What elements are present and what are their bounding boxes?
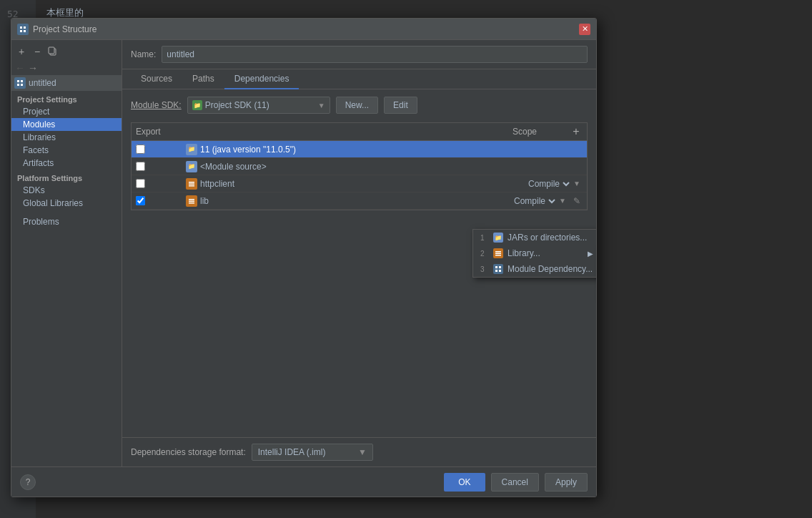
svg-rect-8 xyxy=(17,84,19,86)
forward-arrow[interactable]: → xyxy=(28,62,38,74)
back-arrow[interactable]: ← xyxy=(15,62,25,74)
apply-button[interactable]: Apply xyxy=(545,473,588,492)
tab-paths[interactable]: Paths xyxy=(182,69,224,89)
tab-dependencies[interactable]: Dependencies xyxy=(224,69,299,89)
submenu-arrow-icon: ▶ xyxy=(588,250,593,258)
svg-rect-0 xyxy=(20,26,22,29)
dep-check-module-source[interactable] xyxy=(136,162,145,171)
sidebar-item-libraries[interactable]: Libraries xyxy=(11,131,122,144)
scope-select-lib[interactable]: Compile xyxy=(511,195,558,207)
copy-button[interactable] xyxy=(46,45,59,58)
dep-col-scope: Scope xyxy=(513,127,570,137)
close-button[interactable]: ✕ xyxy=(579,24,590,35)
library-bars-icon xyxy=(493,248,503,258)
module-tree-item[interactable]: untitled xyxy=(11,75,122,91)
remove-button[interactable]: − xyxy=(31,45,44,58)
cancel-button[interactable]: Cancel xyxy=(491,473,539,492)
svg-rect-27 xyxy=(495,270,497,272)
svg-rect-3 xyxy=(24,30,26,32)
sidebar-item-label: Problems xyxy=(23,217,59,227)
dep-row-lib[interactable]: lib Compile ▼ ✎ xyxy=(132,192,587,210)
sidebar-item-facets[interactable]: Facets xyxy=(11,144,122,157)
sidebar-item-label: Project xyxy=(23,107,49,117)
dep-folder-icon: 📁 xyxy=(186,144,197,155)
dialog-title-text: Project Structure xyxy=(33,24,579,34)
sidebar-item-label: Global Libraries xyxy=(23,198,83,208)
dep-row-module-source[interactable]: 📁 <Module source> xyxy=(132,158,587,175)
dep-col-export: Export xyxy=(136,127,186,137)
sidebar-item-label: SDKs xyxy=(23,185,45,195)
dep-check-httpclient[interactable] xyxy=(136,179,145,188)
scope-arrow-icon-2: ▼ xyxy=(559,197,566,205)
dep-bars-icon xyxy=(186,178,197,190)
dialog-titlebar: Project Structure ✕ xyxy=(11,19,596,40)
tab-sources[interactable]: Sources xyxy=(131,69,182,89)
add-button[interactable]: + xyxy=(15,45,28,58)
item-num-3: 3 xyxy=(480,265,489,273)
dep-name-httpclient: httpclient xyxy=(186,178,525,190)
content-area: Module SDK: 📁 Project SDK (11) ▼ New... … xyxy=(122,89,596,437)
sidebar-item-problems[interactable]: Problems xyxy=(11,215,122,228)
dep-name-lib: lib xyxy=(186,195,511,207)
dep-table-header: Export Scope + xyxy=(131,122,588,141)
edit-pencil-icon[interactable]: ✎ xyxy=(571,195,583,207)
tabs-bar: Sources Paths Dependencies xyxy=(122,69,596,89)
dep-check-lib[interactable] xyxy=(136,196,145,205)
dialog-body: + − ← → xyxy=(11,40,596,466)
dep-row-httpclient[interactable]: httpclient Compile ▼ xyxy=(132,175,587,192)
svg-rect-18 xyxy=(495,255,501,256)
add-dep-button[interactable]: + xyxy=(570,125,583,138)
sidebar-item-sdks[interactable]: SDKs xyxy=(11,184,122,197)
dropdown-item-label-jars: JARs or directories... xyxy=(508,233,587,243)
svg-rect-11 xyxy=(189,183,194,185)
svg-rect-28 xyxy=(499,270,501,272)
item-num-2: 2 xyxy=(480,250,489,258)
dep-check-jdk[interactable] xyxy=(136,145,145,154)
dep-name-text-2: <Module source> xyxy=(200,162,267,172)
sidebar-item-global-libraries[interactable]: Global Libraries xyxy=(11,197,122,210)
sdk-folder-icon: 📁 xyxy=(192,100,202,110)
project-structure-dialog: Project Structure ✕ + − ← → xyxy=(11,18,597,497)
dropdown-item-jars[interactable]: 1 📁 JARs or directories... xyxy=(473,230,596,245)
dropdown-item-module-dep[interactable]: 3 Module Dependency... xyxy=(473,261,596,277)
dep-name-module-source: 📁 <Module source> xyxy=(186,161,525,172)
svg-rect-10 xyxy=(189,182,194,183)
section-project-settings: Project Settings xyxy=(11,91,122,105)
right-panel: Name: Sources Paths Dependencies Module … xyxy=(122,40,596,466)
sdk-select-dropdown[interactable]: 📁 Project SDK (11) ▼ xyxy=(187,97,330,114)
dep-checkbox-jdk xyxy=(136,145,186,154)
add-dep-dropdown: 1 📁 JARs or directories... 2 xyxy=(472,229,596,278)
sidebar-item-project[interactable]: Project xyxy=(11,105,122,118)
left-toolbar: + − xyxy=(11,44,122,61)
dep-name-jdk: 📁 11 (java version "11.0.5") xyxy=(186,144,525,155)
scope-select-httpclient[interactable]: Compile xyxy=(525,178,572,190)
edit-sdk-button[interactable]: Edit xyxy=(384,97,417,114)
dep-folder-icon-2: 📁 xyxy=(186,161,197,172)
svg-rect-14 xyxy=(189,200,194,202)
dep-name-text-4: lib xyxy=(200,196,209,206)
jars-folder-icon: 📁 xyxy=(493,233,503,243)
sidebar-item-artifacts[interactable]: Artifacts xyxy=(11,157,122,170)
sidebar-item-modules[interactable]: Modules xyxy=(11,118,122,131)
help-button[interactable]: ? xyxy=(20,474,36,490)
storage-dropdown-arrow-icon: ▼ xyxy=(358,447,367,457)
sidebar-item-label: Modules xyxy=(23,119,55,130)
dep-checkbox-lib xyxy=(136,196,186,205)
dep-name-text-3: httpclient xyxy=(200,179,234,189)
ok-button[interactable]: OK xyxy=(444,473,485,492)
module-dep-icon xyxy=(493,264,503,274)
name-input[interactable] xyxy=(162,46,588,63)
dep-row-jdk[interactable]: 📁 11 (java version "11.0.5") xyxy=(132,141,587,158)
svg-rect-17 xyxy=(495,253,501,255)
name-label: Name: xyxy=(131,49,156,59)
dep-scope-lib: Compile ▼ xyxy=(511,195,568,207)
module-name: untitled xyxy=(29,78,56,88)
dropdown-item-library[interactable]: 2 Library... ▶ xyxy=(473,245,596,261)
svg-rect-15 xyxy=(189,202,194,204)
new-sdk-button[interactable]: New... xyxy=(336,97,378,114)
svg-rect-25 xyxy=(495,266,497,268)
svg-rect-12 xyxy=(189,185,194,187)
bottom-area: Dependencies storage format: IntelliJ ID… xyxy=(122,437,596,466)
sdk-select-value: Project SDK (11) xyxy=(205,100,269,110)
storage-format-select[interactable]: IntelliJ IDEA (.iml) ▼ xyxy=(252,444,373,461)
